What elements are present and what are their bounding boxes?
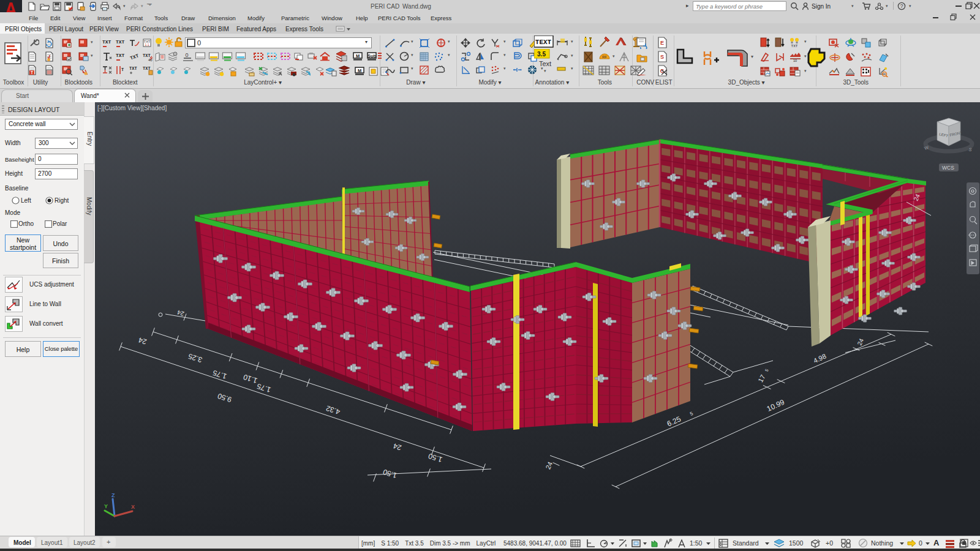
- svg-text:Sub: Sub: [368, 53, 377, 59]
- svg-text:TXT: TXT: [791, 44, 798, 48]
- svg-text:10: 10: [793, 59, 797, 62]
- svg-text:E: E: [660, 40, 664, 46]
- svg-text:M: M: [358, 68, 361, 73]
- svg-text:M: M: [356, 53, 360, 59]
- svg-text:RF: RF: [602, 55, 607, 59]
- svg-text:TXT: TXT: [129, 53, 140, 61]
- svg-text:WCS: WCS: [942, 165, 954, 171]
- svg-text:0: 0: [185, 52, 188, 58]
- svg-text:Z: Z: [111, 492, 115, 498]
- svg-text:[-][Custom View][Shaded]: [-][Custom View][Shaded]: [97, 105, 167, 111]
- svg-text:40: 40: [148, 58, 153, 62]
- svg-text:T: T: [121, 67, 124, 72]
- svg-text:TXT: TXT: [143, 53, 151, 58]
- svg-text:S: S: [660, 54, 664, 60]
- svg-text:1:1: 1:1: [145, 43, 149, 47]
- svg-text:TXT: TXT: [116, 39, 125, 45]
- svg-text:T: T: [31, 70, 33, 75]
- svg-text:TXT: TXT: [116, 53, 125, 58]
- svg-text:3.5: 3.5: [537, 51, 546, 58]
- svg-text:X: X: [131, 504, 135, 510]
- svg-text:TEXT: TEXT: [535, 39, 552, 46]
- svg-text:TXT: TXT: [102, 39, 111, 45]
- svg-text:Y: Y: [104, 503, 108, 509]
- svg-text:TXT: TXT: [129, 66, 137, 71]
- svg-text:?: ?: [900, 3, 903, 9]
